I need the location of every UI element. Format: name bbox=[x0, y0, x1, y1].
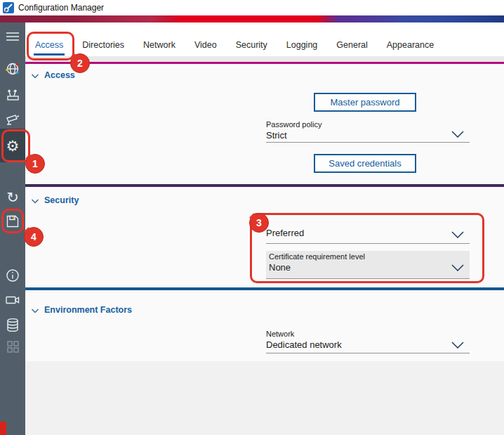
tab-bar: Access Directories Network Video Securit… bbox=[25, 22, 504, 56]
tab-general[interactable]: General bbox=[335, 37, 369, 56]
chevron-down-icon bbox=[451, 128, 464, 141]
refresh-icon: ↻ bbox=[6, 190, 19, 204]
password-policy-value: Strict bbox=[266, 129, 470, 141]
security-section-header[interactable]: Security bbox=[31, 194, 79, 207]
annotation-badge-2: 2 bbox=[70, 53, 90, 73]
annotation-box-access-tab bbox=[27, 32, 74, 60]
sidebar-item-reload[interactable]: ↻ bbox=[0, 185, 25, 209]
sidebar-item-video[interactable] bbox=[0, 288, 25, 312]
chevron-down-icon bbox=[31, 69, 39, 82]
globe-icon bbox=[5, 61, 20, 77]
ptz-camera-icon bbox=[5, 112, 20, 126]
chevron-down-icon bbox=[451, 339, 464, 351]
tab-network[interactable]: Network bbox=[142, 37, 177, 56]
security-section-title: Security bbox=[44, 195, 79, 205]
saved-credentials-button[interactable]: Saved credentials bbox=[314, 154, 416, 173]
annotation-badge-4: 4 bbox=[24, 227, 44, 247]
brand-stripe bbox=[0, 15, 504, 22]
annotation-badge-1: 1 bbox=[25, 154, 45, 174]
tab-video[interactable]: Video bbox=[193, 37, 218, 56]
sidebar-item-network-scan[interactable] bbox=[0, 57, 25, 81]
sidebar-item-apps[interactable] bbox=[0, 335, 25, 358]
hamburger-menu-icon bbox=[6, 32, 20, 41]
annotation-box-security-dropdowns bbox=[250, 213, 484, 283]
network-value: Dedicated network bbox=[266, 338, 470, 350]
camcorder-icon bbox=[5, 294, 20, 306]
environment-section-title: Environment Factors bbox=[44, 305, 132, 315]
chevron-down-icon bbox=[31, 304, 39, 316]
password-policy-label: Password policy bbox=[266, 119, 470, 129]
tab-appearance[interactable]: Appearance bbox=[385, 37, 435, 56]
master-password-button[interactable]: Master password bbox=[314, 93, 416, 112]
password-policy-dropdown[interactable]: Password policy Strict bbox=[266, 119, 470, 143]
antenna-device-icon bbox=[5, 89, 20, 101]
environment-section-header[interactable]: Environment Factors bbox=[31, 304, 132, 316]
tab-security[interactable]: Security bbox=[234, 37, 269, 56]
access-section-title: Access bbox=[44, 70, 75, 80]
tab-logging[interactable]: Logging bbox=[285, 37, 319, 56]
grid-icon bbox=[6, 340, 20, 353]
chevron-down-icon bbox=[31, 194, 39, 207]
access-section-header[interactable]: Access bbox=[31, 69, 75, 82]
tabbar-divider bbox=[25, 56, 504, 62]
app-logo-icon bbox=[3, 2, 14, 13]
network-label: Network bbox=[266, 328, 470, 338]
network-dropdown[interactable]: Network Dedicated network bbox=[266, 328, 470, 353]
titlebar: Configuration Manager bbox=[0, 0, 504, 15]
sidebar-item-devices[interactable] bbox=[0, 83, 25, 107]
annotation-badge-3: 3 bbox=[249, 213, 269, 233]
purple-separator bbox=[25, 184, 504, 187]
red-corner-mark bbox=[0, 422, 6, 435]
blue-separator bbox=[25, 287, 504, 290]
sidebar-item-info[interactable] bbox=[0, 264, 25, 287]
info-icon bbox=[6, 268, 20, 283]
tab-directories[interactable]: Directories bbox=[81, 37, 126, 56]
sidebar-item-menu[interactable] bbox=[0, 25, 25, 48]
sidebar-item-cameras[interactable] bbox=[0, 108, 25, 131]
annotation-box-save bbox=[1, 209, 24, 233]
sidebar-item-database[interactable] bbox=[0, 313, 25, 337]
window-title: Configuration Manager bbox=[18, 3, 104, 13]
database-icon bbox=[6, 318, 20, 332]
main-area: ⚙ ↻ bbox=[0, 22, 504, 435]
